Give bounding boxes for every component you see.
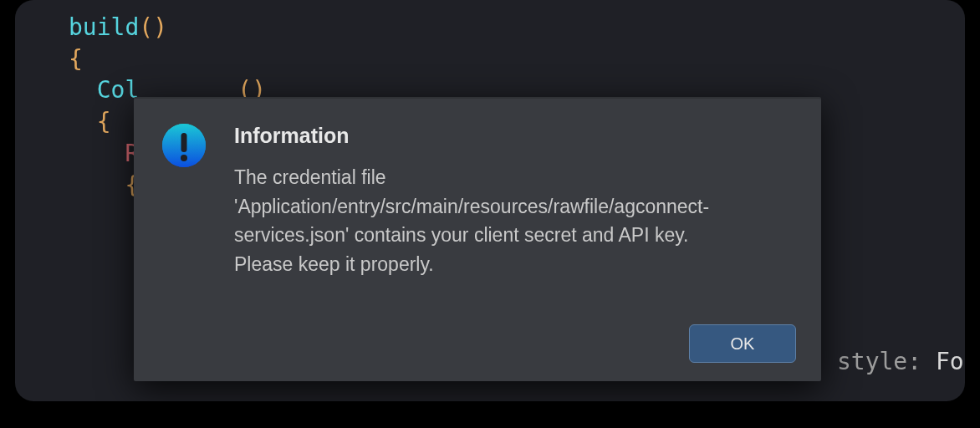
dialog-text: Information The credential file 'Applica… — [234, 124, 793, 278]
code-token: { — [97, 108, 111, 135]
code-token: FontS — [936, 348, 965, 375]
code-token: build — [69, 13, 139, 41]
info-icon — [162, 124, 206, 167]
svg-point-2 — [181, 155, 187, 161]
code-token: Col — [97, 76, 140, 104]
information-dialog: Information The credential file 'Applica… — [134, 97, 821, 381]
code-token: () — [139, 13, 167, 41]
dialog-message: The credential file 'Application/entry/s… — [234, 163, 753, 278]
dialog-footer: OK — [689, 324, 796, 363]
ok-button[interactable]: OK — [689, 324, 796, 363]
code-token: , style: — [809, 348, 936, 375]
dialog-title: Information — [234, 124, 793, 148]
svg-rect-1 — [181, 133, 187, 152]
code-token: { — [69, 45, 83, 73]
dialog-body: Information The credential file 'Applica… — [134, 97, 821, 278]
